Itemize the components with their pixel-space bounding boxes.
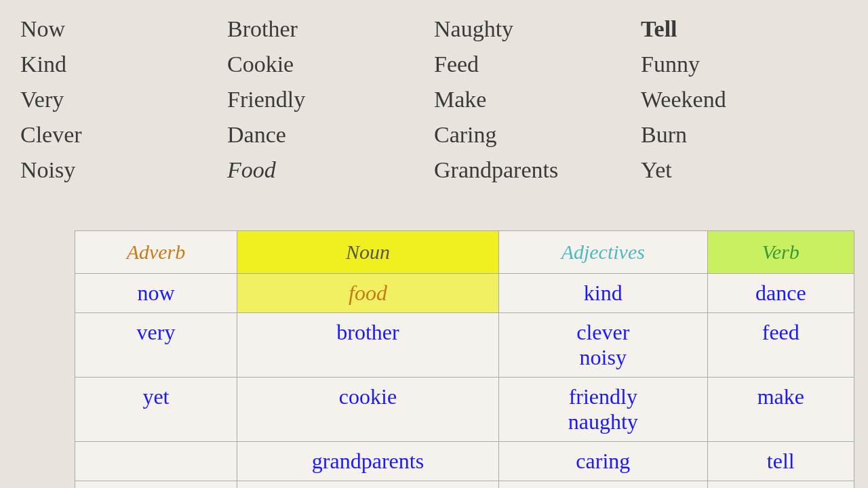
adverb-very: very (75, 313, 237, 378)
word-list-col-1: Now Kind Very Clever Noisy (20, 14, 227, 186)
noun-brother: brother (237, 313, 498, 378)
word-list-col-3: Naughty Feed Make Caring Grandparents (434, 14, 641, 186)
word-list: Now Kind Very Clever Noisy Brother Cooki… (0, 0, 868, 199)
word-friendly: Friendly (227, 84, 434, 115)
header-adjectives: Adjectives (499, 231, 708, 274)
header-verb: Verb (707, 231, 854, 274)
table-row-5: weekend burn (75, 481, 854, 489)
adj-clever-noisy: clever noisy (499, 313, 708, 378)
word-burn: Burn (641, 119, 848, 150)
word-funny: Funny (641, 49, 848, 80)
adverb-empty (75, 442, 237, 481)
noun-cookie: cookie (237, 378, 498, 442)
header-adverb: Adverb (75, 231, 237, 274)
word-naughty: Naughty (434, 14, 641, 45)
verb-feed: feed (707, 313, 854, 378)
sorting-table-container: Adverb Noun Adjectives Verb now food kin… (75, 230, 854, 488)
word-feed: Feed (434, 49, 641, 80)
adj-caring: caring (499, 442, 708, 481)
verb-burn: burn (707, 481, 854, 489)
verb-make: make (707, 378, 854, 442)
word-food: Food (227, 155, 434, 186)
word-cookie: Cookie (227, 49, 434, 80)
word-kind: Kind (20, 49, 227, 80)
word-tell: Tell (641, 14, 848, 45)
noun-grandparents: grandparents (237, 442, 498, 481)
table-row-3: yet cookie friendly naughty make (75, 378, 854, 442)
word-make: Make (434, 84, 641, 115)
table-row-1: now food kind dance (75, 274, 854, 313)
word-clever: Clever (20, 119, 227, 150)
adj-friendly-naughty: friendly naughty (499, 378, 708, 442)
verb-dance: dance (707, 274, 854, 313)
word-grandparents: Grandparents (434, 155, 641, 186)
word-now: Now (20, 14, 227, 45)
word-list-col-4: Tell Funny Weekend Burn Yet (641, 14, 848, 186)
sorting-table: Adverb Noun Adjectives Verb now food kin… (75, 230, 854, 488)
adj-empty (499, 481, 708, 489)
table-row-4: grandparents caring tell (75, 442, 854, 481)
verb-tell: tell (707, 442, 854, 481)
adj-kind: kind (499, 274, 708, 313)
noun-weekend: weekend (237, 481, 498, 489)
word-dance: Dance (227, 119, 434, 150)
adverb-yet: yet (75, 378, 237, 442)
adverb-now: now (75, 274, 237, 313)
header-noun: Noun (237, 231, 498, 274)
word-brother: Brother (227, 14, 434, 45)
table-row-2: very brother clever noisy feed (75, 313, 854, 378)
word-very: Very (20, 84, 227, 115)
word-weekend: Weekend (641, 84, 848, 115)
word-caring: Caring (434, 119, 641, 150)
noun-food: food (237, 274, 498, 313)
word-yet: Yet (641, 155, 848, 186)
word-noisy: Noisy (20, 155, 227, 186)
word-list-col-2: Brother Cookie Friendly Dance Food (227, 14, 434, 186)
adverb-empty-2 (75, 481, 237, 489)
